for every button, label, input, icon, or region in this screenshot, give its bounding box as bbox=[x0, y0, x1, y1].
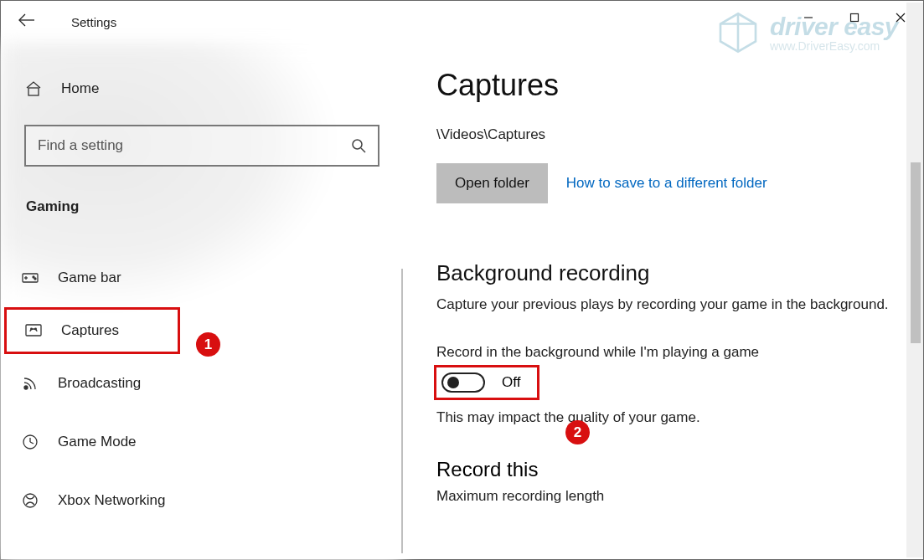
watermark-url: www.DriverEasy.com bbox=[770, 39, 898, 53]
sidebar-item-xbox-networking[interactable]: Xbox Networking bbox=[1, 471, 403, 530]
titlebar-controls bbox=[785, 1, 923, 34]
sidebar-item-captures[interactable]: Captures bbox=[4, 307, 180, 354]
open-folder-button[interactable]: Open folder bbox=[436, 163, 548, 203]
sidebar-category: Gaming bbox=[26, 198, 403, 215]
back-button[interactable] bbox=[16, 9, 38, 34]
svg-point-9 bbox=[353, 140, 362, 149]
save-different-folder-link[interactable]: How to save to a different folder bbox=[566, 175, 767, 192]
svg-point-19 bbox=[24, 386, 28, 389]
search-icon bbox=[351, 138, 366, 153]
scrollbar-thumb[interactable] bbox=[911, 162, 921, 343]
captures-icon bbox=[24, 321, 43, 340]
sidebar-nav: Game bar Captures Broadcasting Game Mode bbox=[1, 249, 403, 530]
annotation-badge-2: 2 bbox=[565, 420, 590, 444]
watermark-logo-icon bbox=[715, 9, 761, 56]
svg-line-10 bbox=[361, 148, 365, 152]
game-bar-icon bbox=[21, 269, 39, 287]
toggle-note: This may impact the quality of your game… bbox=[436, 409, 906, 426]
svg-rect-4 bbox=[850, 14, 858, 22]
svg-rect-16 bbox=[26, 325, 41, 336]
record-this-heading: Record this bbox=[436, 458, 906, 481]
sidebar-item-label: Game Mode bbox=[58, 434, 137, 450]
svg-point-18 bbox=[35, 328, 37, 330]
minimize-button[interactable] bbox=[785, 1, 831, 34]
sidebar-item-label: Xbox Networking bbox=[58, 492, 166, 509]
pane-divider bbox=[401, 269, 403, 553]
sidebar-item-label: Game bar bbox=[58, 270, 121, 286]
max-recording-length-label: Maximum recording length bbox=[436, 488, 906, 505]
search-input[interactable] bbox=[38, 137, 351, 154]
app-title: Settings bbox=[71, 15, 116, 29]
sidebar-item-game-bar[interactable]: Game bar bbox=[1, 249, 403, 307]
xbox-icon bbox=[21, 491, 39, 510]
page-title: Captures bbox=[436, 68, 906, 103]
search-input-container[interactable] bbox=[24, 125, 379, 167]
game-mode-icon bbox=[21, 433, 39, 451]
broadcasting-icon bbox=[21, 374, 39, 393]
sidebar-item-label: Broadcasting bbox=[58, 375, 141, 392]
close-button[interactable] bbox=[877, 1, 923, 34]
annotation-badge-1: 1 bbox=[196, 332, 220, 357]
toggle-state-label: Off bbox=[502, 374, 520, 391]
record-background-label: Record in the background while I'm playi… bbox=[436, 344, 906, 361]
svg-point-21 bbox=[23, 494, 37, 507]
svg-point-15 bbox=[34, 278, 36, 280]
sidebar-home[interactable]: Home bbox=[1, 68, 403, 110]
record-background-toggle[interactable] bbox=[441, 372, 485, 393]
maximize-button[interactable] bbox=[831, 1, 877, 34]
captures-path: \Videos\Captures bbox=[436, 126, 906, 143]
sidebar-item-broadcasting[interactable]: Broadcasting bbox=[1, 354, 403, 413]
sidebar-home-label: Home bbox=[61, 80, 99, 97]
settings-window: driver easy www.DriverEasy.com Settings … bbox=[0, 0, 924, 560]
svg-rect-8 bbox=[28, 88, 39, 95]
background-recording-heading: Background recording bbox=[436, 260, 906, 286]
home-icon bbox=[24, 80, 43, 98]
svg-point-14 bbox=[33, 276, 34, 278]
background-recording-desc: Capture your previous plays by recording… bbox=[436, 295, 906, 316]
sidebar-item-label: Captures bbox=[61, 322, 119, 339]
sidebar: Home Gaming Game bar Captures bbox=[1, 68, 403, 530]
content-pane: Captures \Videos\Captures Open folder Ho… bbox=[436, 68, 906, 505]
record-background-toggle-group: Off bbox=[436, 367, 537, 398]
svg-point-17 bbox=[31, 328, 33, 330]
sidebar-item-game-mode[interactable]: Game Mode bbox=[1, 413, 403, 471]
